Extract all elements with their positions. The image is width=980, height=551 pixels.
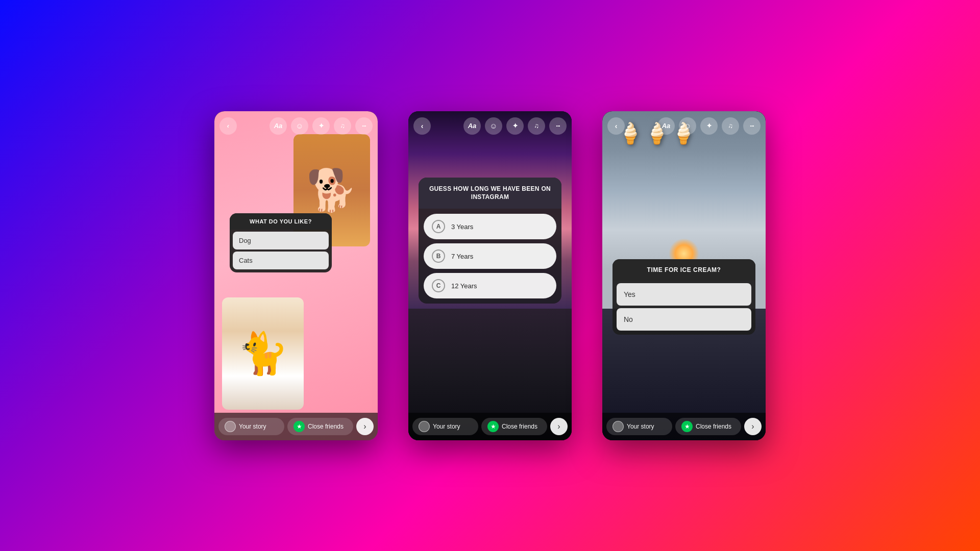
- back-icon-3: ‹: [615, 122, 618, 130]
- emoji-icon-2: ☺: [489, 121, 497, 130]
- text-icon-1: Aa: [274, 122, 283, 130]
- star-icon-2: ★: [491, 423, 496, 430]
- poll-option-cats[interactable]: Cats: [233, 252, 329, 269]
- sparkle-icon-3: ✦: [706, 122, 712, 130]
- card2-background: GUESS HOW LONG WE HAVE BEEN ON INSTAGRAM…: [408, 111, 572, 440]
- avatar-3: [612, 421, 624, 432]
- your-story-pill-3[interactable]: Your story: [606, 418, 672, 435]
- quiz-option-a[interactable]: A 3 Years: [424, 214, 556, 239]
- quiz-text-c: 12 Years: [451, 282, 477, 290]
- music-icon-1: ♫: [340, 122, 345, 130]
- music-button-3[interactable]: ♫: [722, 117, 739, 135]
- text-button-1[interactable]: Aa: [270, 117, 287, 135]
- more-button-1[interactable]: ···: [355, 117, 373, 135]
- your-story-pill-1[interactable]: Your story: [218, 418, 284, 435]
- poll-option-no[interactable]: No: [617, 308, 751, 331]
- bottom-bar-2: Your story ★ Close friends ›: [408, 413, 572, 440]
- back-button-3[interactable]: ‹: [607, 117, 625, 135]
- emoji-button-2[interactable]: ☺: [485, 117, 502, 135]
- more-button-2[interactable]: ···: [549, 117, 567, 135]
- more-icon-2: ···: [556, 122, 560, 130]
- avatar-1: [225, 421, 236, 432]
- more-button-3[interactable]: ···: [743, 117, 761, 135]
- text-button-3[interactable]: Aa: [657, 117, 675, 135]
- quiz-letter-b: B: [432, 249, 445, 263]
- music-icon-2: ♫: [534, 122, 539, 130]
- emoji-icon-3: ☺: [683, 121, 691, 130]
- quiz-title: GUESS HOW LONG WE HAVE BEEN ON INSTAGRAM: [419, 178, 561, 209]
- back-icon-2: ‹: [421, 122, 424, 130]
- avatar-2: [419, 421, 430, 432]
- text-button-2[interactable]: Aa: [463, 117, 481, 135]
- quiz-widget: GUESS HOW LONG WE HAVE BEEN ON INSTAGRAM…: [419, 178, 561, 304]
- star-icon-1: ★: [297, 423, 302, 430]
- sparkle-button-1[interactable]: ✦: [312, 117, 330, 135]
- poll-option-dog[interactable]: Dog: [233, 232, 329, 249]
- quiz-text-a: 3 Years: [451, 223, 473, 231]
- back-button-2[interactable]: ‹: [413, 117, 431, 135]
- quiz-option-b[interactable]: B 7 Years: [424, 243, 556, 269]
- quiz-letter-c: C: [432, 279, 445, 292]
- music-icon-3: ♫: [728, 122, 733, 130]
- toolbar-2: ‹ Aa ☺ ✦ ♫ ···: [408, 111, 572, 141]
- green-dot-2: ★: [487, 421, 499, 432]
- close-friends-pill-2[interactable]: ★ Close friends: [481, 418, 547, 435]
- next-button-3[interactable]: ›: [744, 418, 762, 435]
- poll-title-1: WHAT DO YOU LIKE?: [230, 213, 332, 230]
- emoji-icon-1: ☺: [296, 121, 303, 130]
- cat-emoji: 🐈: [237, 330, 288, 378]
- quiz-text-b: 7 Years: [451, 253, 473, 260]
- friends-label-3: Close friends: [696, 423, 731, 430]
- music-button-2[interactable]: ♫: [528, 117, 545, 135]
- sparkle-button-3[interactable]: ✦: [700, 117, 718, 135]
- green-dot-1: ★: [293, 421, 305, 432]
- green-dot-3: ★: [681, 421, 693, 432]
- phone-card-3: ‹ Aa ☺ ✦ ♫ ··· 🍦 🍦 🍦 TIME FOR: [602, 111, 766, 440]
- back-button-1[interactable]: ‹: [219, 117, 237, 135]
- toolbar-3: ‹ Aa ☺ ✦ ♫ ···: [602, 111, 766, 141]
- close-friends-pill-3[interactable]: ★ Close friends: [675, 418, 741, 435]
- card3-background: 🍦 🍦 🍦 TIME FOR ICE CREAM? Yes No: [602, 111, 766, 440]
- music-button-1[interactable]: ♫: [334, 117, 351, 135]
- poll-title-3: TIME FOR ICE CREAM?: [612, 259, 755, 281]
- poll-widget-1: WHAT DO YOU LIKE? Dog Cats: [230, 213, 332, 272]
- toolbar-1: ‹ Aa ☺ ✦ ♫ ···: [214, 111, 378, 141]
- back-icon-1: ‹: [227, 122, 229, 130]
- emoji-button-1[interactable]: ☺: [291, 117, 308, 135]
- friends-label-1: Close friends: [308, 423, 344, 430]
- bottom-bar-3: Your story ★ Close friends ›: [602, 413, 766, 440]
- next-button-2[interactable]: ›: [550, 418, 568, 435]
- sparkle-button-2[interactable]: ✦: [506, 117, 524, 135]
- story-label-3: Your story: [627, 423, 654, 430]
- cat-image: 🐈: [222, 297, 304, 410]
- card1-background: 🐕 🐈 WHAT DO YOU LIKE? Dog Cats: [214, 111, 378, 440]
- quiz-options: A 3 Years B 7 Years C 12 Years: [419, 209, 561, 304]
- close-friends-pill-1[interactable]: ★ Close friends: [287, 418, 353, 435]
- more-icon-1: ···: [362, 122, 366, 130]
- bottom-bar-1: Your story ★ Close friends ›: [214, 413, 378, 440]
- quiz-letter-a: A: [432, 220, 445, 233]
- sparkle-icon-2: ✦: [512, 122, 518, 130]
- friends-label-2: Close friends: [502, 423, 537, 430]
- text-icon-2: Aa: [468, 122, 477, 130]
- your-story-pill-2[interactable]: Your story: [412, 418, 478, 435]
- quiz-option-c[interactable]: C 12 Years: [424, 273, 556, 298]
- phone-card-2: ‹ Aa ☺ ✦ ♫ ··· GUESS HOW LONG WE HAVE BE…: [408, 111, 572, 440]
- sparkle-icon-1: ✦: [318, 122, 324, 130]
- story-label-2: Your story: [433, 423, 460, 430]
- next-button-1[interactable]: ›: [356, 418, 374, 435]
- phone-card-1: ‹ Aa ☺ ✦ ♫ ··· 🐕 🐈 WHAT DO YOU LIKE?: [214, 111, 378, 440]
- text-icon-3: Aa: [662, 122, 671, 130]
- poll-option-yes[interactable]: Yes: [617, 283, 751, 306]
- emoji-button-3[interactable]: ☺: [679, 117, 696, 135]
- more-icon-3: ···: [750, 122, 754, 130]
- dog-emoji: 🐕: [306, 166, 357, 214]
- poll-widget-3: TIME FOR ICE CREAM? Yes No: [612, 259, 755, 335]
- story-label-1: Your story: [239, 423, 266, 430]
- star-icon-3: ★: [684, 423, 690, 430]
